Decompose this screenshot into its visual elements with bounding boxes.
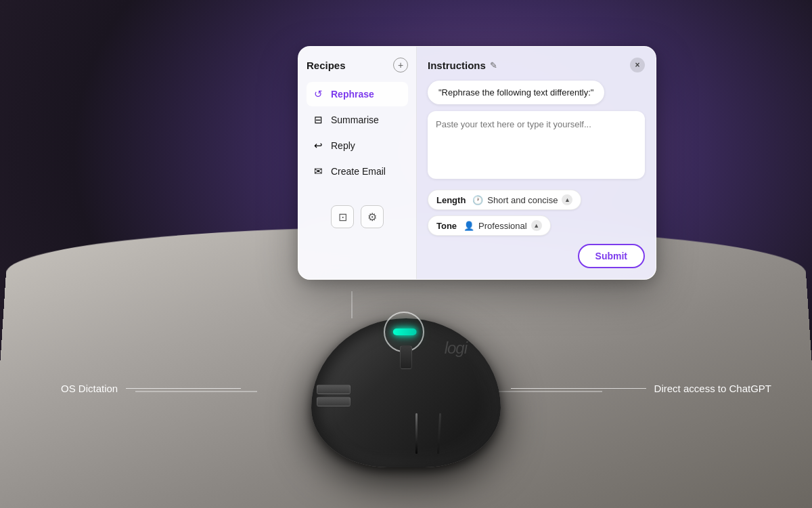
mouse-scroll-wheel	[400, 345, 412, 369]
instructions-panel: Instructions ✎ × "Rephrase the following…	[417, 47, 656, 279]
length-chevron-icon[interactable]: ▲	[562, 194, 572, 205]
mouse: logi	[298, 278, 514, 467]
os-dictation-annotation: OS Dictation	[61, 383, 241, 394]
mouse-ridge-5	[415, 413, 418, 454]
instructions-header: Instructions ✎ ×	[428, 58, 645, 72]
mouse-logo: logi	[445, 339, 467, 358]
length-icon: 🕐	[472, 195, 483, 205]
dialog-popup: Recipes + ↺ Rephrase ⊟ Summarise ↩ Reply…	[298, 46, 656, 280]
submit-row: Submit	[428, 244, 645, 268]
length-control[interactable]: Length 🕐 Short and concise ▲	[428, 190, 581, 210]
tone-label: Tone	[436, 221, 457, 231]
add-recipe-button[interactable]: +	[393, 58, 408, 72]
mouse-led	[393, 329, 417, 335]
tone-icon: 👤	[464, 221, 474, 231]
recipes-panel: Recipes + ↺ Rephrase ⊟ Summarise ↩ Reply…	[298, 47, 417, 279]
controls-row: Length 🕐 Short and concise ▲ Tone 👤 Prof…	[428, 190, 645, 236]
mouse-body: logi	[311, 318, 501, 467]
create-email-icon: ✉	[312, 165, 324, 177]
rephrase-label: Rephrase	[331, 89, 374, 100]
submit-button[interactable]: Submit	[578, 244, 645, 268]
chatgpt-annotation: Direct access to ChatGPT	[511, 383, 771, 394]
edit-icon[interactable]: ✎	[490, 60, 497, 70]
recipe-item-reply[interactable]: ↩ Reply	[307, 133, 408, 158]
os-dictation-line	[126, 388, 241, 389]
settings-icon-button[interactable]: ⚙	[361, 205, 384, 228]
mouse-side-btn-1	[317, 385, 351, 394]
mouse-side-buttons	[317, 385, 351, 406]
recipe-item-create-email[interactable]: ✉ Create Email	[307, 159, 408, 184]
recipes-footer: ⊡ ⚙	[307, 197, 408, 228]
recipe-item-summarise[interactable]: ⊟ Summarise	[307, 108, 408, 132]
reply-icon: ↩	[312, 140, 324, 152]
text-input[interactable]	[428, 111, 645, 179]
chatgpt-line	[511, 388, 646, 389]
summarise-label: Summarise	[331, 114, 379, 125]
close-button[interactable]: ×	[630, 58, 645, 72]
recipes-title: Recipes	[307, 60, 346, 71]
os-dictation-label: OS Dictation	[61, 383, 118, 394]
mouse-side-btn-2	[317, 397, 351, 406]
tone-chevron-icon[interactable]: ▲	[531, 220, 542, 231]
length-value: Short and concise	[487, 195, 558, 205]
rephrase-icon: ↺	[312, 88, 324, 100]
instruction-bubble: "Rephrase the following text differently…	[428, 81, 604, 104]
mouse-ridge-1	[437, 413, 441, 454]
create-email-label: Create Email	[331, 166, 386, 177]
instructions-title: Instructions	[428, 60, 486, 71]
chatgpt-label: Direct access to ChatGPT	[654, 383, 771, 394]
summarise-icon: ⊟	[312, 114, 324, 126]
tone-value: Professional	[478, 221, 527, 231]
instructions-title-row: Instructions ✎	[428, 60, 497, 71]
reply-label: Reply	[331, 140, 355, 151]
recipes-header: Recipes +	[307, 58, 408, 72]
recipe-item-rephrase[interactable]: ↺ Rephrase	[307, 82, 408, 106]
tone-control[interactable]: Tone 👤 Professional ▲	[428, 215, 551, 236]
display-icon-button[interactable]: ⊡	[331, 205, 354, 228]
length-label: Length	[436, 195, 466, 205]
